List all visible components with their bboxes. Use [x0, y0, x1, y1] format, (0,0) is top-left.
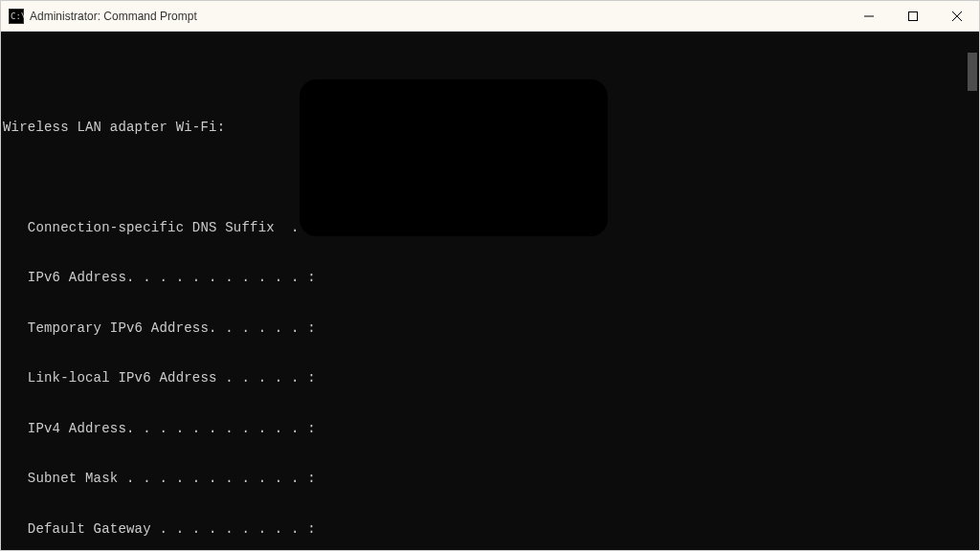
cmd-icon: C:\	[9, 9, 24, 24]
console-area[interactable]: Wireless LAN adapter Wi-Fi: Connection-s…	[1, 32, 979, 550]
wifi-ipv6-line: IPv6 Address. . . . . . . . . . . :	[3, 270, 977, 287]
titlebar[interactable]: C:\ Administrator: Command Prompt	[1, 1, 979, 32]
command-prompt-window: C:\ Administrator: Command Prompt Wirele…	[0, 0, 980, 551]
minimize-button[interactable]	[847, 1, 891, 31]
redaction-overlay	[300, 79, 608, 236]
wifi-temp-ipv6-line: Temporary IPv6 Address. . . . . . :	[3, 320, 977, 338]
wifi-linklocal-line: Link-local IPv6 Address . . . . . :	[3, 370, 977, 387]
wifi-ipv4-line: IPv4 Address. . . . . . . . . . . :	[3, 421, 977, 438]
window-title: Administrator: Command Prompt	[30, 10, 847, 23]
svg-text:C:\: C:\	[11, 11, 24, 21]
close-button[interactable]	[935, 1, 979, 31]
scrollbar-thumb[interactable]	[968, 53, 977, 91]
window-controls	[847, 1, 979, 31]
wifi-gateway-line: Default Gateway . . . . . . . . . :	[3, 521, 977, 539]
svg-rect-4	[909, 11, 918, 20]
maximize-button[interactable]	[891, 1, 935, 31]
vertical-scrollbar[interactable]	[964, 32, 979, 550]
wifi-subnet-line: Subnet Mask . . . . . . . . . . . :	[3, 471, 977, 488]
